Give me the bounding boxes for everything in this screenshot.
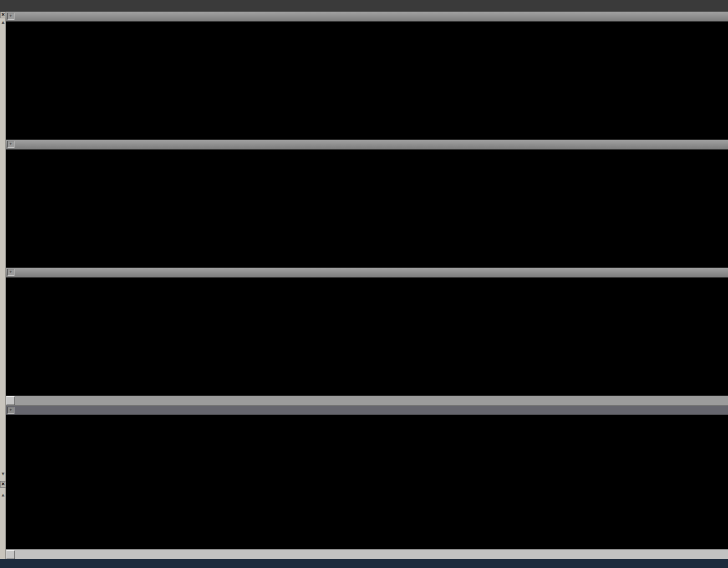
spectrum-canvas[interactable] — [6, 415, 728, 549]
waveform-view-signal-90[interactable] — [6, 22, 728, 140]
waveform-view-signal-91[interactable] — [6, 150, 728, 268]
spectrum-plot[interactable] — [6, 415, 728, 549]
signal-analyzer-window: ✕ ▲ ▼ ✕ ▲ + + + + — [0, 0, 728, 568]
spectrum-header[interactable]: + — [6, 406, 728, 415]
panel-header-signal-91[interactable]: + — [6, 140, 728, 150]
windows-taskbar[interactable] — [0, 559, 728, 568]
panel-resize-icon[interactable]: + — [7, 269, 14, 276]
time-scrollbar[interactable] — [6, 396, 728, 406]
time-scrollbar-thumb[interactable] — [6, 396, 7, 405]
scroll-left-icon[interactable] — [7, 550, 15, 559]
waveform-canvas-diff-92[interactable] — [6, 278, 728, 396]
scroll-down-icon[interactable]: ▼ — [0, 471, 6, 477]
close-signal-group-button[interactable]: ✕ — [0, 12, 6, 18]
waveform-canvas-signal-90[interactable] — [6, 22, 728, 140]
waveform-view-diff-92[interactable] — [6, 278, 728, 396]
panel-header-diff-92[interactable]: + — [6, 268, 728, 278]
left-scrollbar-strip[interactable]: ✕ ▲ ▼ ✕ ▲ — [0, 12, 6, 559]
mouse-status-bar — [0, 0, 728, 12]
waveform-canvas-signal-91[interactable] — [6, 150, 728, 268]
panel-resize-icon[interactable]: + — [7, 141, 14, 148]
scroll-up-icon[interactable]: ▲ — [0, 19, 6, 25]
panel-resize-icon[interactable]: + — [7, 407, 14, 414]
panel-resize-icon[interactable]: + — [7, 13, 14, 20]
panel-header-signal-90[interactable]: + — [6, 12, 728, 22]
frequency-scrollbar[interactable] — [6, 549, 728, 559]
frequency-scrollbar-thumb[interactable] — [6, 550, 7, 559]
scroll-left-icon[interactable] — [7, 396, 15, 405]
close-spectrum-button[interactable]: ✕ — [0, 481, 6, 488]
scroll-up-icon-2[interactable]: ▲ — [0, 492, 6, 498]
